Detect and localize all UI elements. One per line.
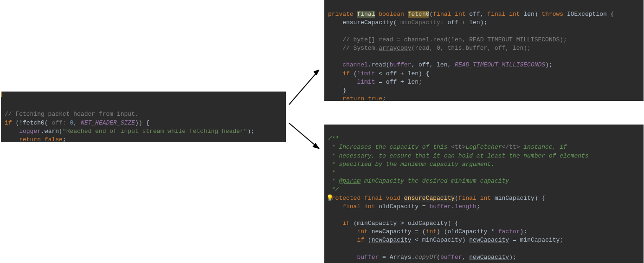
field-ref: buffer — [390, 61, 412, 68]
field-ref: buffer — [429, 203, 451, 210]
javadoc: */ — [328, 186, 339, 193]
method-name-highlight: fetch0 — [408, 11, 430, 18]
javadoc: * necessary, to ensure that it can hold … — [328, 152, 589, 159]
code: ( — [350, 70, 357, 77]
keyword: int — [426, 228, 437, 235]
code: , — [462, 254, 470, 261]
code: ; — [63, 136, 66, 142]
code: (minCapacity > oldCapacity) { — [350, 220, 458, 227]
javadoc-param: @param — [339, 178, 361, 184]
code: ; — [477, 203, 480, 210]
code: , off, len, — [411, 61, 455, 68]
code: ( — [437, 254, 440, 261]
javadoc: minCapacity the desired minimum capacity — [361, 178, 509, 184]
javadoc: * — [328, 178, 339, 184]
field-ref: factor — [498, 228, 520, 235]
keyword-if: if — [357, 237, 364, 243]
javadoc: * Increases the capacity of this — [328, 144, 451, 151]
indent — [328, 70, 342, 77]
code: off, — [466, 11, 488, 18]
inlay-hint: off: — [52, 119, 70, 126]
indent — [328, 61, 342, 68]
code-panel-left[interactable]: // Fetching packet header from input. if… — [1, 92, 286, 142]
code: .warn( — [41, 128, 63, 135]
field-ref: length — [455, 203, 477, 210]
code: = minCapacity; — [509, 237, 563, 243]
code: < minCapacity) — [411, 237, 469, 243]
keyword-if: if — [5, 119, 12, 126]
code: minCapacity) { — [491, 195, 545, 202]
brace: } — [328, 87, 346, 94]
code: )) { — [135, 119, 149, 126]
keyword: final int — [458, 195, 491, 202]
keyword-final-highlight: final — [357, 11, 375, 18]
code: off + len); — [447, 19, 487, 26]
gutter-marker-icon — [1, 92, 2, 97]
code: ( — [364, 237, 372, 243]
keyword: final int — [487, 11, 520, 18]
javadoc: * — [328, 169, 335, 176]
code-panel-top-right[interactable]: private final boolean fetch0(final int o… — [324, 0, 644, 101]
code: ); — [509, 254, 516, 261]
javadoc-tag: <tt> — [451, 144, 465, 151]
code: ; — [382, 95, 386, 101]
svg-marker-1 — [314, 70, 319, 75]
code: IOException { — [563, 11, 614, 18]
method-name: ensureCapacity — [404, 195, 455, 202]
sp — [404, 11, 408, 18]
local-var: newCapacity — [469, 254, 509, 261]
keyword-return: return false — [19, 136, 63, 142]
intention-bulb-icon[interactable]: 💡 — [326, 194, 334, 202]
code: (! — [12, 119, 23, 126]
code: = ( — [411, 228, 425, 235]
keyword: final int — [433, 11, 465, 18]
javadoc-tag: </tt> — [502, 144, 520, 151]
indent — [5, 128, 19, 135]
comment: // System. — [328, 45, 379, 52]
code: ensureCapacity( — [328, 19, 400, 26]
arrow-bottom-icon — [287, 121, 324, 153]
local-var: newCapacity — [469, 237, 509, 243]
code: ); — [520, 228, 528, 235]
code: ( — [45, 119, 52, 126]
local-var: newCapacity — [372, 237, 412, 243]
field-ref: buffer — [357, 254, 379, 261]
indent — [328, 220, 342, 227]
field-ref: logger — [19, 128, 41, 135]
indent — [328, 79, 357, 85]
indent — [328, 237, 357, 243]
string-literal: "Reached end of input stream while fetch… — [63, 128, 247, 135]
code: len) — [520, 11, 542, 18]
local-var: newCapacity — [372, 228, 412, 235]
inlay-hint: minCapacity: — [400, 19, 447, 26]
code: ( — [455, 195, 458, 202]
indent — [328, 203, 342, 210]
static-method: copyOf — [415, 254, 437, 261]
code: ); — [247, 128, 255, 135]
code: < off + len) { — [375, 70, 429, 77]
code: .read( — [368, 61, 390, 68]
indent — [328, 254, 357, 261]
keyword-if: if — [342, 70, 350, 77]
code: = Arrays. — [379, 254, 415, 261]
code: , — [73, 119, 81, 126]
keyword-if: if — [342, 220, 350, 227]
comment: // Fetching packet header from input. — [5, 111, 139, 118]
keyword: protected final void — [328, 195, 404, 202]
code-panel-bottom-right[interactable]: /** * Increases the capacity of this <tt… — [324, 125, 644, 263]
method-call: fetch0 — [23, 119, 45, 126]
keyword-throws: throws — [541, 11, 563, 18]
code: . — [451, 203, 455, 210]
keyword-return: return true — [342, 95, 382, 101]
keyword: boolean — [379, 11, 404, 18]
code: ); — [545, 61, 553, 68]
code: oldCapacity = — [375, 203, 429, 210]
keyword: private — [328, 11, 354, 18]
comment: (read, 0, this.buffer, off, len); — [411, 45, 530, 52]
javadoc: instance, if — [520, 144, 567, 151]
javadoc: /** — [328, 135, 339, 142]
code: = off + len; — [375, 79, 422, 85]
javadoc: LogFetcher — [465, 144, 502, 151]
comment: arraycopy — [379, 45, 411, 52]
field-ref: limit — [357, 79, 375, 85]
